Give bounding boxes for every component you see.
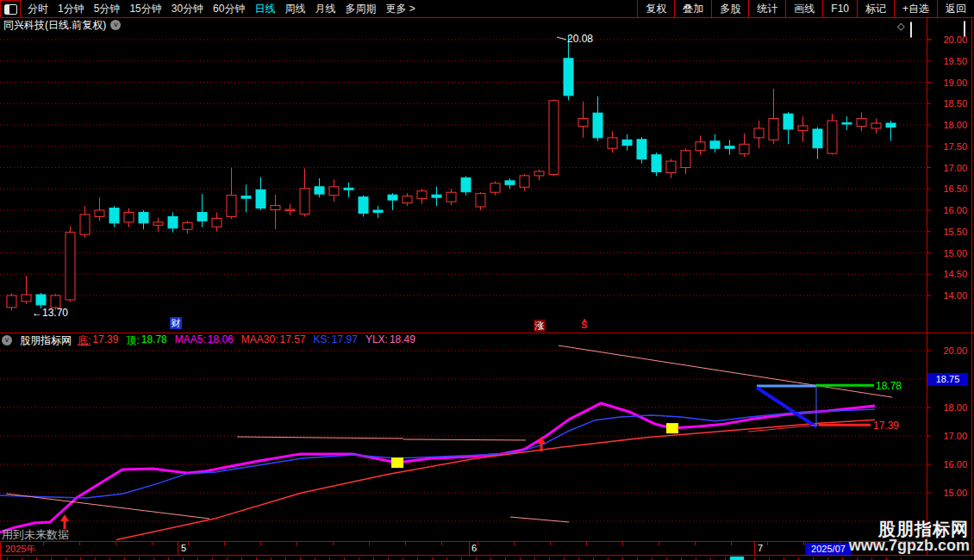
event-badge-涨[interactable]: 涨 [534, 320, 546, 332]
series-level-step-1 [237, 437, 403, 439]
candle-body-down [432, 195, 441, 197]
candle-body-down [593, 113, 603, 138]
chart-canvas [0, 0, 974, 560]
series-segment-bottom-mid [510, 517, 569, 522]
indicator-header: ˅ 股朋指标网 底:17.39顶:18.78MAA5:18.06MAA30:17… [0, 334, 415, 346]
series-trendline-upper [559, 345, 892, 397]
candle-body-up [534, 171, 544, 176]
candle-body-up [417, 191, 427, 199]
candle-body-up [520, 176, 529, 187]
candle-body-down [256, 190, 265, 208]
candle-body-down [564, 59, 573, 96]
main-axis-label-16.00: 16.00 [927, 205, 967, 215]
tool-button-标记[interactable]: 标记 [857, 0, 894, 17]
candle-body-down [373, 210, 383, 212]
yellow-square-marker [666, 423, 678, 433]
series-trendline-lower-left [6, 494, 209, 519]
candle-body-down [344, 188, 353, 190]
chevron-down-icon[interactable]: ˅ [2, 335, 12, 345]
watermark-site-url: www.7gpzb.com [849, 537, 970, 555]
candle-body-down [725, 146, 734, 148]
tool-button-叠加[interactable]: 叠加 [674, 0, 711, 17]
candle-body-down [241, 196, 251, 198]
candle-body-up [754, 128, 764, 138]
tools-menu: 复权叠加多股统计画线F10标记+自选返回 [637, 0, 974, 17]
candle-body-down [784, 114, 793, 129]
candle-body-up [285, 209, 295, 211]
period-tab-60分钟[interactable]: 60分钟 [213, 2, 245, 16]
candle-body-up [696, 142, 705, 151]
series-KS [0, 409, 875, 498]
candle-body-down [637, 140, 646, 159]
candle-body-down [168, 216, 178, 227]
candle-body-up [271, 206, 280, 210]
main-axis-label-17.50: 17.50 [927, 141, 967, 152]
period-tab-5分钟[interactable]: 5分钟 [94, 2, 121, 16]
period-tab-多周期[interactable]: 多周期 [345, 2, 376, 16]
period-tab-分时[interactable]: 分时 [28, 2, 48, 16]
xaxis-label-7: 7 [758, 543, 763, 553]
candle-body-up [212, 218, 222, 227]
candle-body-down [388, 195, 397, 200]
candle-body-down [109, 208, 119, 223]
candle-body-down [359, 197, 368, 214]
high-price-label: 20.08 [567, 33, 593, 45]
main-axis-label-16.50: 16.50 [927, 184, 967, 194]
tool-button-F10[interactable]: F10 [822, 0, 857, 17]
xaxis-label-6: 6 [471, 543, 477, 553]
xaxis-label-5: 5 [181, 543, 186, 553]
main-axis-label-19.50: 19.50 [927, 56, 967, 66]
indicator-value-YLX: YLX:18.49 [365, 333, 415, 348]
period-tab-月线[interactable]: 月线 [315, 2, 335, 16]
window-layout-button[interactable] [0, 0, 21, 17]
period-tab-日线[interactable]: 日线 [254, 2, 275, 16]
candle-body-up [124, 212, 134, 221]
candle-body-down [139, 212, 148, 222]
candle-body-up [446, 192, 456, 202]
tool-button-复权[interactable]: 复权 [637, 0, 674, 17]
candle-body-up [80, 215, 90, 234]
indicator-value-MAA5: MAA5:18.06 [175, 333, 234, 348]
candle-body-up [403, 196, 412, 203]
candle-body-up [51, 296, 60, 308]
tool-button-+自选[interactable]: +自选 [894, 0, 937, 17]
candle-body-up [827, 121, 837, 153]
candle-body-up [681, 151, 690, 168]
candle-body-up [549, 101, 559, 175]
series-MAA30 [116, 420, 875, 539]
future-data-note: 用到未来数据 [2, 527, 69, 543]
next-panel-cyan-mark [730, 557, 744, 560]
main-axis-label-18.50: 18.50 [927, 98, 967, 109]
split-pane-icon [4, 4, 17, 15]
candle-body-up [183, 222, 192, 229]
period-tab-更多 >[interactable]: 更多 > [385, 2, 415, 16]
main-axis-label-14.00: 14.00 [927, 290, 967, 301]
candle-body-down [652, 155, 661, 172]
tool-button-多股[interactable]: 多股 [711, 0, 748, 17]
event-badge-财[interactable]: 财 [170, 317, 182, 329]
period-tab-15分钟[interactable]: 15分钟 [129, 2, 161, 16]
candle-body-down [710, 141, 720, 148]
main-axis-label-18.00: 18.00 [927, 120, 967, 130]
ind-axis-label-15.00: 15.00 [927, 488, 967, 498]
chevron-down-icon[interactable]: ˅ [110, 20, 121, 30]
candle-body-up [227, 196, 236, 217]
stock-title: 同兴科技(日线.前复权) [3, 18, 106, 33]
tool-button-画线[interactable]: 画线 [785, 0, 822, 17]
top-level-label: 18.78 [876, 380, 902, 392]
indicator-source-name[interactable]: 股朋指标网 [20, 333, 72, 348]
period-tab-1分钟[interactable]: 1分钟 [58, 2, 84, 16]
series-level-step-2 [403, 439, 526, 440]
candle-body-down [505, 181, 515, 184]
tool-button-返回[interactable]: 返回 [937, 0, 974, 17]
period-tab-30分钟[interactable]: 30分钟 [172, 2, 203, 16]
indicator-value-MAA30: MAA30:17.57 [241, 333, 306, 348]
event-badge-S[interactable]: ▴S [578, 317, 590, 329]
indicator-value-KS: KS:17.97 [314, 333, 358, 348]
top-menu-bar: 分时1分钟5分钟15分钟30分钟60分钟日线周线月线多周期更多 > 复权叠加多股… [0, 0, 974, 18]
left-arrow-glyph: ← [32, 307, 42, 319]
tool-button-统计[interactable]: 统计 [748, 0, 785, 17]
period-tab-周线[interactable]: 周线 [284, 2, 305, 16]
main-axis-label-20.00: 20.00 [927, 34, 967, 45]
candle-body-up [66, 233, 75, 300]
